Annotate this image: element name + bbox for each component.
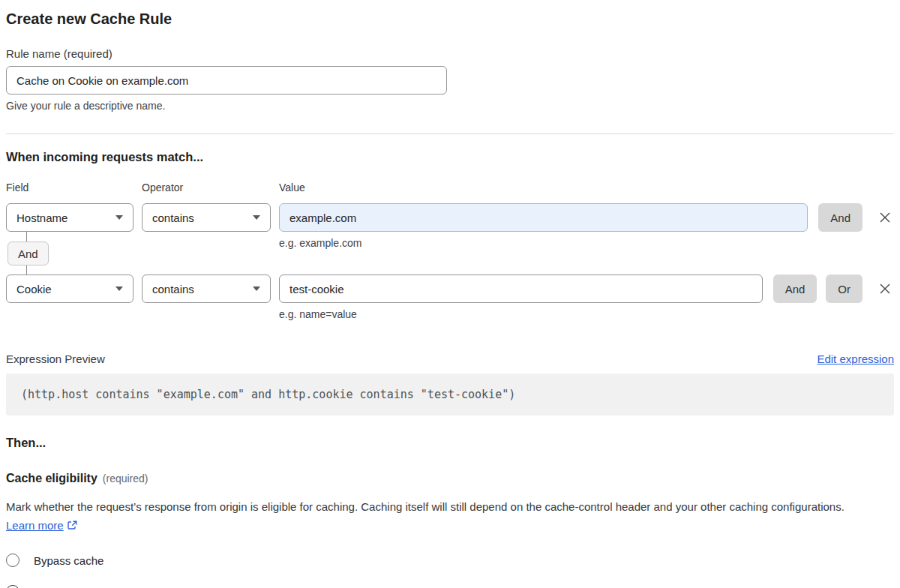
radio-option-bypass-cache[interactable]: Bypass cache — [6, 554, 894, 567]
close-icon — [878, 211, 892, 224]
radio-selected-icon[interactable] — [6, 585, 20, 588]
field-select-2-value: Cookie — [16, 283, 52, 296]
match-heading: When incoming requests match... — [6, 150, 894, 164]
value-column-label: Value — [279, 182, 305, 194]
value-input-2[interactable] — [279, 274, 763, 303]
description-text: Mark whether the request’s response from… — [6, 500, 844, 513]
edit-expression-link[interactable]: Edit expression — [817, 352, 894, 365]
operator-select-2-value: contains — [152, 283, 194, 296]
field-column-label: Field — [6, 182, 142, 194]
section-divider — [6, 134, 894, 134]
field-select-1-value: Hostname — [16, 212, 68, 224]
expression-preview-label: Expression Preview — [6, 352, 105, 365]
external-link-icon[interactable] — [67, 520, 78, 531]
page-title: Create new Cache Rule — [6, 10, 894, 28]
add-and-button-2[interactable]: And — [773, 274, 818, 303]
operator-column-label: Operator — [142, 182, 279, 194]
learn-more-link[interactable]: Learn more — [6, 519, 64, 532]
radio-label: Bypass cache — [34, 554, 104, 567]
required-note: (required) — [103, 472, 148, 484]
cache-eligibility-heading: Cache eligibility(required) — [6, 472, 894, 485]
add-and-button-1[interactable]: And — [818, 203, 862, 232]
remove-row-1-button[interactable] — [876, 208, 894, 226]
connector-line — [26, 266, 27, 274]
operator-select-1-value: contains — [152, 212, 194, 224]
then-heading: Then... — [6, 436, 894, 450]
match-row-2: Cookie contains And Or — [6, 274, 894, 303]
match-column-labels: Field Operator Value — [6, 182, 894, 194]
add-or-button-2[interactable]: Or — [826, 274, 862, 303]
chevron-down-icon — [253, 215, 260, 220]
connector-line — [26, 232, 27, 242]
cache-eligibility-title: Cache eligibility — [6, 472, 98, 484]
and-connector-button[interactable]: And — [8, 242, 49, 266]
radio-label: Eligible for cache — [34, 586, 127, 588]
operator-select-2[interactable]: contains — [142, 274, 271, 303]
field-select-2[interactable]: Cookie — [6, 274, 134, 303]
field-select-1[interactable]: Hostname — [6, 203, 134, 232]
cache-eligibility-description: Mark whether the request’s response from… — [6, 497, 876, 535]
close-icon — [878, 282, 892, 296]
value-input-1[interactable] — [279, 203, 808, 232]
chevron-down-icon — [253, 286, 260, 291]
expression-preview-header: Expression Preview Edit expression — [6, 352, 894, 365]
operator-select-1[interactable]: contains — [142, 203, 271, 232]
chevron-down-icon — [116, 215, 123, 220]
rule-name-input[interactable] — [6, 66, 447, 94]
value-help-2: e.g. name=value — [279, 308, 894, 320]
rule-name-help: Give your rule a descriptive name. — [6, 100, 894, 112]
expression-preview-code: (http.host contains "example.com" and ht… — [6, 374, 894, 416]
chevron-down-icon — [116, 286, 123, 291]
rule-name-label: Rule name (required) — [6, 47, 894, 60]
remove-row-2-button[interactable] — [876, 280, 894, 298]
radio-unselected-icon[interactable] — [6, 554, 20, 567]
radio-option-eligible-for-cache[interactable]: Eligible for cache — [6, 585, 894, 588]
value-help-1: e.g. example.com — [279, 237, 362, 249]
match-row-1: Hostname contains And — [6, 203, 894, 232]
row-connector-area: And e.g. example.com — [6, 232, 894, 274]
